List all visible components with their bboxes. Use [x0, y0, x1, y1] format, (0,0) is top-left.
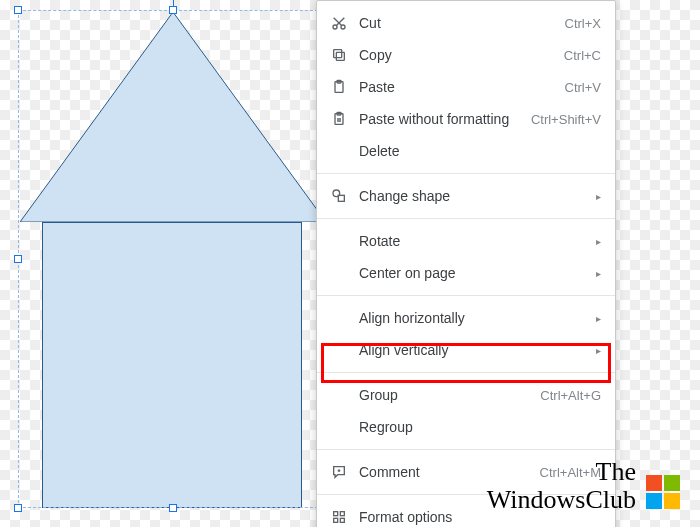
resize-handle-ml[interactable] [14, 255, 22, 263]
resize-handle-bm[interactable] [169, 504, 177, 512]
menu-separator [317, 449, 615, 450]
windows-logo-icon [646, 475, 680, 509]
menu-cut-shortcut: Ctrl+X [565, 16, 601, 31]
cut-icon [331, 15, 359, 31]
watermark-line1: The [487, 458, 636, 485]
menu-copy-label: Copy [359, 47, 564, 63]
comment-icon [331, 464, 359, 480]
chevron-right-icon: ▸ [596, 345, 601, 356]
menu-regroup-label: Regroup [359, 419, 601, 435]
menu-group-label: Group [359, 387, 540, 403]
menu-separator [317, 173, 615, 174]
menu-change-shape[interactable]: Change shape ▸ [317, 180, 615, 212]
menu-rotate-label: Rotate [359, 233, 588, 249]
menu-delete-label: Delete [359, 143, 601, 159]
watermark-line2: WindowsClub [487, 486, 636, 513]
svg-rect-12 [340, 512, 344, 516]
resize-handle-tm[interactable] [169, 6, 177, 14]
menu-align-horizontally[interactable]: Align horizontally ▸ [317, 302, 615, 334]
menu-separator [317, 372, 615, 373]
copy-icon [331, 47, 359, 63]
svg-rect-11 [334, 512, 338, 516]
format-options-icon [331, 509, 359, 525]
paste-plain-icon [331, 111, 359, 127]
menu-copy[interactable]: Copy Ctrl+C [317, 39, 615, 71]
svg-rect-10 [338, 195, 344, 201]
menu-regroup[interactable]: Regroup [317, 411, 615, 443]
context-menu: Cut Ctrl+X Copy Ctrl+C Paste Ctrl+V Past… [316, 0, 616, 527]
change-shape-icon [331, 188, 359, 204]
svg-rect-4 [334, 50, 342, 58]
menu-paste-wf-shortcut: Ctrl+Shift+V [531, 112, 601, 127]
menu-cut-label: Cut [359, 15, 565, 31]
menu-separator [317, 295, 615, 296]
resize-handle-tl[interactable] [14, 6, 22, 14]
chevron-right-icon: ▸ [596, 236, 601, 247]
paste-icon [331, 79, 359, 95]
chevron-right-icon: ▸ [596, 313, 601, 324]
svg-point-2 [341, 25, 345, 29]
menu-center-label: Center on page [359, 265, 588, 281]
menu-group-shortcut: Ctrl+Alt+G [540, 388, 601, 403]
watermark: The WindowsClub [487, 458, 680, 513]
svg-rect-3 [336, 52, 344, 60]
menu-group[interactable]: Group Ctrl+Alt+G [317, 379, 615, 411]
svg-rect-13 [334, 518, 338, 522]
menu-delete[interactable]: Delete [317, 135, 615, 167]
svg-point-1 [333, 25, 337, 29]
menu-paste-without-formatting[interactable]: Paste without formatting Ctrl+Shift+V [317, 103, 615, 135]
chevron-right-icon: ▸ [596, 191, 601, 202]
watermark-text: The WindowsClub [487, 458, 636, 513]
svg-rect-14 [340, 518, 344, 522]
menu-paste-shortcut: Ctrl+V [565, 80, 601, 95]
resize-handle-bl[interactable] [14, 504, 22, 512]
menu-copy-shortcut: Ctrl+C [564, 48, 601, 63]
menu-paste[interactable]: Paste Ctrl+V [317, 71, 615, 103]
menu-paste-wf-label: Paste without formatting [359, 111, 531, 127]
menu-change-shape-label: Change shape [359, 188, 588, 204]
menu-align-v-label: Align vertically [359, 342, 588, 358]
menu-center-on-page[interactable]: Center on page ▸ [317, 257, 615, 289]
menu-separator [317, 218, 615, 219]
menu-paste-label: Paste [359, 79, 565, 95]
chevron-right-icon: ▸ [596, 268, 601, 279]
selection-outline [18, 10, 328, 508]
menu-align-h-label: Align horizontally [359, 310, 588, 326]
menu-align-vertically[interactable]: Align vertically ▸ [317, 334, 615, 366]
menu-rotate[interactable]: Rotate ▸ [317, 225, 615, 257]
menu-cut[interactable]: Cut Ctrl+X [317, 7, 615, 39]
